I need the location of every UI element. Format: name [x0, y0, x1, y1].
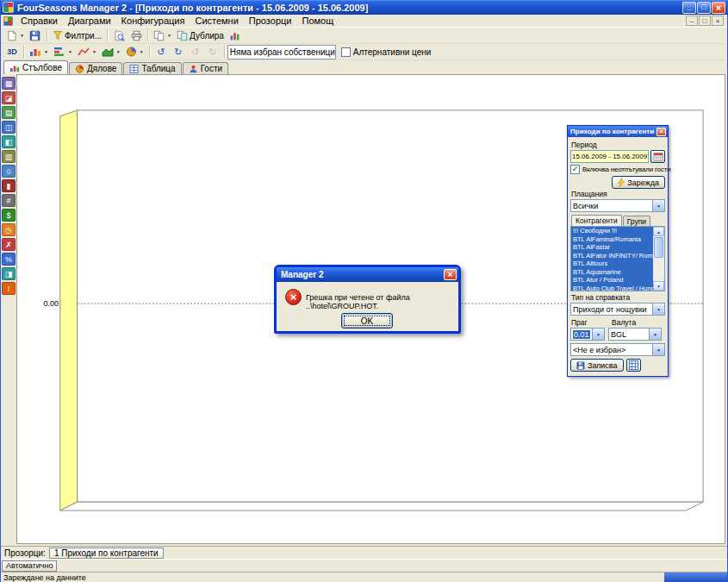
sidebar-clock-icon[interactable]: ◷ — [2, 223, 16, 236]
sidebar-list-icon[interactable]: ▤ — [2, 106, 16, 119]
grid-view-button[interactable] — [626, 359, 641, 372]
sidebar-window-icon[interactable]: ◫ — [2, 121, 16, 134]
spin-left-button[interactable]: ↺ — [187, 45, 204, 59]
tab-shares[interactable]: Дялове — [69, 62, 122, 74]
sidebar-delete-icon[interactable]: ✗ — [2, 238, 16, 251]
sidebar-alert-icon[interactable]: ! — [2, 282, 16, 295]
status-text: Зареждане на данните — [3, 573, 86, 582]
counterparties-listbox[interactable]: !!! Свободни !!! BTL AlFamina/Romania BT… — [570, 226, 665, 291]
chart-type-area-button[interactable]: ▼ — [99, 45, 123, 59]
chart-type-hbars-button[interactable]: ▼ — [51, 45, 75, 59]
sidebar-book-icon[interactable]: ▮ — [2, 179, 16, 192]
menu-item-diagrami[interactable]: Диаграми — [63, 15, 116, 27]
include-guests-option[interactable]: ✓ Включва неотпътували гости — [570, 165, 665, 174]
alt-prices-checkbox[interactable] — [341, 47, 351, 57]
sidebar-stats-icon[interactable]: ◨ — [2, 267, 16, 280]
load-button[interactable]: Зарежда — [612, 176, 665, 189]
rotate-left-icon: ↺ — [157, 47, 165, 57]
list-item[interactable]: BTL Aquamarine — [571, 268, 653, 277]
rotate-left-button[interactable]: ↺ — [152, 45, 170, 59]
scroll-down-button[interactable]: ▼ — [653, 281, 664, 291]
hotel-combobox-arrow[interactable]: ▼ — [652, 344, 664, 355]
chart-type-bars-button[interactable]: ▼ — [27, 45, 51, 59]
copy-pages-icon — [153, 30, 165, 41]
minimize-button[interactable]: _ — [682, 2, 696, 14]
ok-button[interactable]: OK — [341, 313, 393, 329]
panel-close-button[interactable]: × — [656, 128, 666, 136]
print-button[interactable] — [128, 28, 145, 43]
duplicate-button[interactable]: Дублира — [174, 28, 227, 43]
automatic-button[interactable]: Автоматично — [2, 560, 57, 572]
sidebar-percent-icon[interactable]: % — [2, 253, 16, 266]
list-item[interactable]: BTL AlFatur INFINITY/ Romani — [571, 252, 653, 260]
list-item[interactable]: BTL Auto Club Travel / Hunga — [571, 285, 653, 292]
new-report-button[interactable]: ▼ — [3, 28, 27, 43]
chart-report-button[interactable] — [227, 28, 244, 43]
tab-groups[interactable]: Групи — [623, 216, 650, 226]
list-item[interactable]: BTL Alltours — [571, 260, 653, 268]
list-item[interactable]: BTL Atur / Poland — [571, 276, 653, 285]
app-logo-icon — [3, 2, 14, 13]
spin-right-button[interactable]: ↻ — [204, 45, 221, 59]
tab-table[interactable]: Таблица — [123, 62, 181, 74]
menu-item-prozorci[interactable]: Прозорци — [244, 15, 297, 27]
hotel-combobox[interactable]: <Не е избран> ▼ — [570, 343, 665, 356]
copy-button[interactable]: ▼ — [151, 28, 174, 43]
error-dialog-close-button[interactable]: × — [444, 269, 457, 280]
period-input[interactable] — [570, 150, 649, 163]
owner-combobox[interactable]: Няма избран собственици ▼ — [227, 45, 336, 59]
rotate-right-button[interactable]: ↻ — [170, 45, 187, 59]
owner-combobox-arrow[interactable]: ▼ — [335, 46, 336, 59]
window-tab-revenues[interactable]: 1 Приходи по контрагенти — [49, 548, 164, 559]
filters-button[interactable]: Филтри... — [50, 28, 104, 43]
list-item[interactable]: !!! Свободни !!! — [571, 227, 653, 235]
mdi-minimize-button[interactable]: – — [686, 16, 698, 26]
sidebar-copy-icon[interactable]: ◧ — [2, 135, 16, 148]
list-item[interactable]: BTL AlFamina/Romania — [571, 235, 653, 244]
report-type-combobox[interactable]: Приходи от нощувки ▼ — [570, 303, 665, 316]
menu-item-spravki[interactable]: Справки — [16, 15, 63, 27]
scroll-up-button[interactable]: ▲ — [653, 227, 664, 236]
view-3d-button[interactable]: 3D — [3, 45, 21, 59]
chart-type-line-button[interactable]: ▼ — [75, 45, 99, 59]
menu-item-konfiguracia[interactable]: Конфигурация — [116, 15, 190, 27]
save-button[interactable] — [27, 28, 44, 43]
tab-counterparties[interactable]: Контрагенти — [571, 215, 622, 226]
payments-combobox-arrow[interactable]: ▼ — [652, 200, 664, 211]
tab-guests[interactable]: Гости — [183, 62, 228, 74]
sidebar-calculator-icon[interactable]: # — [2, 194, 16, 207]
printer-icon — [131, 30, 142, 41]
sidebar-money-icon[interactable]: $ — [2, 209, 16, 222]
calendar-button[interactable] — [650, 150, 665, 163]
currency-combobox-arrow[interactable]: ▼ — [649, 329, 661, 340]
report-type-combobox-arrow[interactable]: ▼ — [652, 304, 664, 315]
sidebar-report-icon[interactable]: ◪ — [2, 91, 16, 104]
menu-item-sistemni[interactable]: Системни — [190, 15, 243, 27]
print-preview-button[interactable] — [110, 28, 128, 43]
maximize-button[interactable]: □ — [697, 2, 711, 14]
mdi-restore-button[interactable]: □ — [699, 16, 711, 26]
tab-bars[interactable]: Стълбове — [3, 60, 68, 74]
currency-combobox[interactable]: BGL ▼ — [608, 328, 662, 341]
alt-prices-option[interactable]: Алтернативни цени — [341, 47, 432, 57]
sidebar-table-icon[interactable]: ▦ — [2, 77, 16, 90]
report-parameters-panel: Приходи по контрагенти × Период ✓ Включв… — [567, 125, 669, 377]
save-report-label: Записва — [588, 361, 618, 370]
error-dialog-title-bar[interactable]: Manager 2 × — [277, 267, 458, 282]
save-report-button[interactable]: Записва — [570, 359, 624, 372]
threshold-arrow[interactable]: ▼ — [592, 329, 604, 340]
menu-item-pomosht[interactable]: Помощ — [296, 15, 339, 27]
chevron-down-icon: ▼ — [92, 49, 96, 54]
panel-title-bar[interactable]: Приходи по контрагенти × — [568, 126, 668, 137]
scroll-thumb[interactable] — [654, 237, 663, 258]
close-button[interactable]: × — [712, 2, 725, 14]
list-scrollbar[interactable]: ▲ ▼ — [653, 227, 664, 291]
sidebar-form-icon[interactable]: ▥ — [2, 150, 16, 163]
mdi-close-button[interactable]: × — [712, 16, 724, 26]
list-item[interactable]: BTL AlFastar — [571, 243, 653, 252]
chart-type-pie-button[interactable]: ▼ — [123, 45, 146, 59]
include-guests-checkbox[interactable]: ✓ — [570, 165, 580, 174]
payments-combobox[interactable]: Всички ▼ — [570, 199, 665, 212]
threshold-field[interactable]: 0.01 ▼ — [570, 328, 605, 341]
sidebar-guests-icon[interactable]: ☺ — [2, 165, 16, 178]
